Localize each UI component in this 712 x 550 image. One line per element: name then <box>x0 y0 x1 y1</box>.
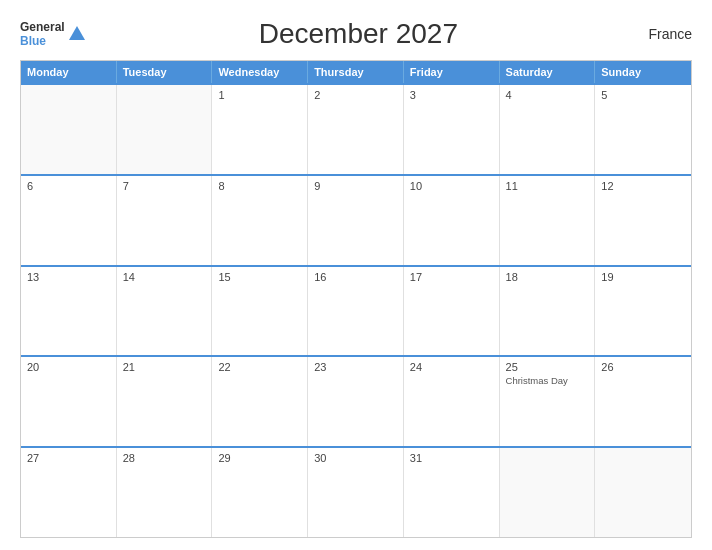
cal-cell-4-6: 25Christmas Day <box>500 357 596 446</box>
col-thursday: Thursday <box>308 61 404 83</box>
cal-cell-2-7: 12 <box>595 176 691 265</box>
cal-cell-3-2: 14 <box>117 267 213 356</box>
day-number: 24 <box>410 361 493 373</box>
calendar-week-2: 6789101112 <box>21 174 691 265</box>
day-number: 12 <box>601 180 685 192</box>
day-number: 14 <box>123 271 206 283</box>
page: General Blue December 2027 France Monday… <box>0 0 712 550</box>
day-number: 9 <box>314 180 397 192</box>
cal-cell-4-3: 22 <box>212 357 308 446</box>
calendar-week-3: 13141516171819 <box>21 265 691 356</box>
day-number: 25 <box>506 361 589 373</box>
day-number: 23 <box>314 361 397 373</box>
day-number: 10 <box>410 180 493 192</box>
calendar-week-4: 202122232425Christmas Day26 <box>21 355 691 446</box>
day-number: 5 <box>601 89 685 101</box>
cal-cell-2-1: 6 <box>21 176 117 265</box>
cal-cell-5-3: 29 <box>212 448 308 537</box>
col-monday: Monday <box>21 61 117 83</box>
cal-cell-3-6: 18 <box>500 267 596 356</box>
calendar-header-row: Monday Tuesday Wednesday Thursday Friday… <box>21 61 691 83</box>
day-number: 17 <box>410 271 493 283</box>
cal-cell-5-1: 27 <box>21 448 117 537</box>
cal-cell-3-5: 17 <box>404 267 500 356</box>
day-number: 16 <box>314 271 397 283</box>
day-number: 22 <box>218 361 301 373</box>
day-number: 30 <box>314 452 397 464</box>
cal-cell-3-7: 19 <box>595 267 691 356</box>
day-number: 8 <box>218 180 301 192</box>
day-number: 28 <box>123 452 206 464</box>
cal-cell-5-2: 28 <box>117 448 213 537</box>
cal-cell-1-5: 3 <box>404 85 500 174</box>
cal-cell-4-5: 24 <box>404 357 500 446</box>
cal-cell-4-2: 21 <box>117 357 213 446</box>
cal-cell-5-7 <box>595 448 691 537</box>
day-number: 4 <box>506 89 589 101</box>
logo-general-text: General <box>20 20 65 34</box>
day-number: 2 <box>314 89 397 101</box>
cal-cell-1-3: 1 <box>212 85 308 174</box>
logo-triangle-icon <box>69 26 85 40</box>
header: General Blue December 2027 France <box>20 18 692 50</box>
col-sunday: Sunday <box>595 61 691 83</box>
day-number: 13 <box>27 271 110 283</box>
logo-blue-text: Blue <box>20 34 65 48</box>
cal-cell-1-7: 5 <box>595 85 691 174</box>
day-number: 19 <box>601 271 685 283</box>
day-number: 3 <box>410 89 493 101</box>
day-number: 27 <box>27 452 110 464</box>
calendar-week-5: 2728293031 <box>21 446 691 537</box>
cal-cell-2-4: 9 <box>308 176 404 265</box>
day-number: 1 <box>218 89 301 101</box>
col-saturday: Saturday <box>500 61 596 83</box>
col-tuesday: Tuesday <box>117 61 213 83</box>
cal-cell-2-3: 8 <box>212 176 308 265</box>
cal-cell-3-1: 13 <box>21 267 117 356</box>
calendar-title: December 2027 <box>259 18 458 50</box>
cal-cell-1-1 <box>21 85 117 174</box>
day-number: 11 <box>506 180 589 192</box>
day-number: 15 <box>218 271 301 283</box>
day-number: 31 <box>410 452 493 464</box>
cal-cell-5-4: 30 <box>308 448 404 537</box>
day-number: 6 <box>27 180 110 192</box>
logo: General Blue <box>20 20 85 49</box>
cal-cell-3-4: 16 <box>308 267 404 356</box>
cal-cell-2-2: 7 <box>117 176 213 265</box>
col-friday: Friday <box>404 61 500 83</box>
day-number: 7 <box>123 180 206 192</box>
col-wednesday: Wednesday <box>212 61 308 83</box>
calendar-week-1: 12345 <box>21 83 691 174</box>
cal-cell-1-6: 4 <box>500 85 596 174</box>
cal-cell-5-5: 31 <box>404 448 500 537</box>
cal-cell-5-6 <box>500 448 596 537</box>
cal-cell-1-4: 2 <box>308 85 404 174</box>
cal-cell-2-6: 11 <box>500 176 596 265</box>
country-label: France <box>632 26 692 42</box>
cal-cell-4-7: 26 <box>595 357 691 446</box>
day-number: 26 <box>601 361 685 373</box>
cal-cell-1-2 <box>117 85 213 174</box>
day-number: 29 <box>218 452 301 464</box>
day-number: 20 <box>27 361 110 373</box>
day-number: 18 <box>506 271 589 283</box>
calendar-body: 1234567891011121314151617181920212223242… <box>21 83 691 537</box>
holiday-label: Christmas Day <box>506 375 589 386</box>
day-number: 21 <box>123 361 206 373</box>
cal-cell-4-1: 20 <box>21 357 117 446</box>
cal-cell-3-3: 15 <box>212 267 308 356</box>
cal-cell-4-4: 23 <box>308 357 404 446</box>
calendar: Monday Tuesday Wednesday Thursday Friday… <box>20 60 692 538</box>
cal-cell-2-5: 10 <box>404 176 500 265</box>
